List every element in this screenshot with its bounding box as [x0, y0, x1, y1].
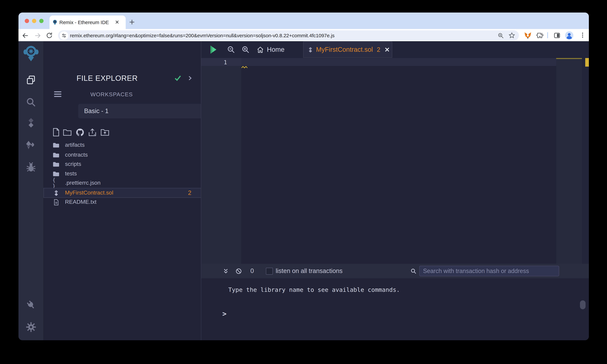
- browser-tab[interactable]: Remix - Ethereum IDE: [50, 15, 126, 29]
- panel-title: FILE EXPLORER: [77, 74, 138, 83]
- settings-gear-icon[interactable]: [22, 320, 40, 334]
- new-folder-icon[interactable]: [62, 128, 72, 137]
- workspace-selected-value: Basic - 1: [84, 107, 108, 115]
- run-script-icon[interactable]: [210, 45, 217, 54]
- tree-item-scripts[interactable]: scripts: [44, 160, 201, 169]
- upload-file-icon[interactable]: [87, 128, 97, 137]
- new-tab-button[interactable]: [129, 19, 135, 25]
- tree-item-artifacts[interactable]: artifacts: [44, 141, 201, 150]
- current-line-highlight: [241, 58, 556, 66]
- tree-item-readme[interactable]: README.txt: [44, 197, 201, 207]
- pending-tx-count: 0: [251, 267, 254, 275]
- terminal-prompt: >: [222, 310, 226, 318]
- site-settings-icon[interactable]: [60, 31, 68, 40]
- line-number: 1: [224, 59, 227, 65]
- folder-icon: [53, 142, 60, 148]
- warning-squiggle: [241, 66, 247, 69]
- upload-folder-icon[interactable]: [100, 128, 110, 137]
- back-icon[interactable]: [22, 32, 29, 39]
- home-icon: [257, 46, 264, 53]
- workspaces-label: WORKSPACES: [90, 91, 133, 98]
- file-explorer-icon[interactable]: [22, 73, 40, 87]
- tab-home[interactable]: Home: [257, 41, 293, 58]
- forward-icon[interactable]: [34, 32, 41, 39]
- text-file-icon: [53, 199, 60, 205]
- bookmark-star-icon[interactable]: [508, 32, 515, 39]
- solidity-compiler-icon[interactable]: [22, 116, 40, 130]
- editor-minimap[interactable]: [556, 58, 582, 264]
- workspaces-menu-icon[interactable]: [54, 91, 61, 97]
- solidity-file-icon: [53, 190, 60, 196]
- folder-icon: [53, 152, 60, 158]
- collapse-terminal-icon[interactable]: [223, 268, 229, 274]
- profile-avatar[interactable]: [565, 31, 574, 40]
- editor-zone: Home MyFirstContract.sol 2 1: [201, 41, 589, 340]
- solidity-file-icon: [308, 47, 313, 52]
- transaction-search-input[interactable]: [420, 266, 559, 276]
- zoom-in-icon[interactable]: [241, 46, 250, 54]
- terminal-message: Type the library name to see available c…: [228, 286, 400, 293]
- browser-tab-title: Remix - Ethereum IDE: [59, 19, 109, 25]
- github-clone-icon[interactable]: [75, 128, 85, 137]
- tree-item-contracts[interactable]: contracts: [44, 150, 201, 160]
- editor-tab-bar: Home MyFirstContract.sol 2: [201, 41, 589, 58]
- reload-icon[interactable]: [46, 32, 53, 39]
- remix-favicon: [52, 19, 58, 25]
- browser-tab-strip: Remix - Ethereum IDE: [18, 13, 589, 29]
- folder-icon: [53, 171, 60, 177]
- close-tab-icon[interactable]: [115, 20, 119, 24]
- tree-item-prettierrc[interactable]: { } .prettierrc.json: [44, 178, 201, 188]
- editor-code-area[interactable]: [241, 58, 556, 264]
- file-explorer-panel: FILE EXPLORER WORKSPACES Basic - 1: [43, 41, 201, 340]
- listen-transactions-checkbox[interactable]: [266, 268, 273, 274]
- plugin-manager-icon[interactable]: [19, 294, 42, 316]
- listen-transactions-label: listen on all transactions: [276, 267, 343, 275]
- current-line-gutter-highlight: [201, 58, 241, 66]
- scrollbar-warning-marker: [585, 58, 589, 67]
- browser-window: Remix - Ethereum IDE remix.ethereum.org/…: [18, 13, 589, 340]
- close-window-button[interactable]: [25, 19, 29, 23]
- tab-warning-count: 2: [377, 46, 380, 53]
- zoom-out-icon[interactable]: [227, 46, 235, 54]
- zoom-page-icon[interactable]: [498, 32, 504, 39]
- search-icon[interactable]: [22, 95, 40, 109]
- minimize-window-button[interactable]: [32, 19, 36, 23]
- screen: Remix - Ethereum IDE remix.ethereum.org/…: [0, 0, 607, 364]
- terminal-scrollbar-thumb[interactable]: [580, 300, 586, 309]
- terminal-output[interactable]: Type the library name to see available c…: [201, 278, 589, 340]
- terminal-search-icon: [410, 268, 417, 274]
- activity-bar: [18, 41, 43, 340]
- folder-icon: [53, 161, 60, 167]
- clear-console-icon[interactable]: [236, 268, 242, 274]
- chevron-right-icon[interactable]: [188, 76, 192, 81]
- zoom-window-button[interactable]: [39, 19, 43, 23]
- split-screen-icon[interactable]: [554, 32, 560, 39]
- json-braces-icon: { }: [53, 177, 60, 189]
- workspace-ok-check-icon[interactable]: [174, 75, 182, 81]
- minimap-warning-line: [556, 58, 582, 59]
- warning-count-badge: 2: [188, 189, 191, 196]
- new-file-icon[interactable]: [51, 128, 61, 137]
- editor-gutter: 1: [201, 58, 241, 264]
- url-text[interactable]: remix.ethereum.org/#lang=en&optimize=fal…: [70, 33, 334, 38]
- active-tab-label: MyFirstContract.sol: [316, 46, 373, 53]
- tab-myfirstcontract[interactable]: MyFirstContract.sol 2: [303, 41, 392, 58]
- extensions-puzzle-icon[interactable]: [536, 32, 543, 39]
- deploy-and-run-icon[interactable]: [22, 138, 40, 152]
- tree-item-myfirstcontract[interactable]: MyFirstContract.sol 2: [44, 188, 201, 197]
- terminal-toolbar: 0 listen on all transactions: [201, 264, 589, 278]
- toolbar-divider: [547, 32, 548, 38]
- close-tab-icon[interactable]: [384, 47, 390, 52]
- home-tab-label: Home: [267, 46, 285, 53]
- tree-item-tests[interactable]: tests: [44, 169, 201, 178]
- debugger-icon[interactable]: [22, 160, 40, 174]
- remix-logo-icon[interactable]: [22, 46, 40, 61]
- metamask-extension-icon[interactable]: [524, 32, 532, 39]
- editor-scrollbar[interactable]: [582, 58, 589, 264]
- kebab-menu-icon[interactable]: [579, 32, 586, 39]
- workspace-select[interactable]: Basic - 1: [78, 104, 218, 118]
